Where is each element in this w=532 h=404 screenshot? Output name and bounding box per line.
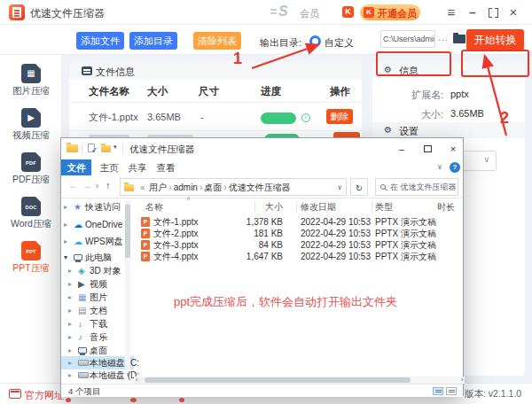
tree-item-music[interactable]: ♪ 音乐 [61,330,134,344]
refresh-icon: ↻ [356,183,363,193]
forward-icon[interactable]: → [82,180,92,190]
file-row[interactable]: 文件-1.pptx 1,378 KB 2022-04-29 10:53 PPTX… [134,216,465,228]
minimize-icon[interactable] [465,4,481,20]
scroll-down-icon[interactable]: ∨ [126,371,130,378]
start-convert-button[interactable]: 开始转换 [466,29,524,50]
video-file-icon: ▶ [21,108,41,128]
chevron-right-icon[interactable] [68,317,72,330]
breadcrumb-folder-icon [124,184,134,191]
chevron-right-icon[interactable] [64,235,67,248]
explorer-maximize-icon[interactable] [424,145,432,152]
k-badge-icon[interactable]: K [342,6,354,18]
tree-item-desktop[interactable]: 桌面 [61,344,134,357]
back-icon[interactable]: ← [68,180,78,190]
annotation-step-1: 1 [233,50,242,68]
refresh-button[interactable]: ↻ [350,178,368,196]
chevron-right-icon[interactable] [68,330,72,344]
output-dir-label: 输出目录: [260,36,301,50]
delete-button[interactable]: 删除 [326,109,353,124]
close-icon[interactable] [505,4,521,20]
crumb-admin[interactable]: admin [174,183,198,192]
custom-output-radio[interactable] [309,35,321,47]
search-text: 在 优速文件压缩器 ... [390,181,456,194]
qat-dropdown-icon[interactable] [113,144,117,151]
crumb-desktop[interactable]: 桌面 [204,183,222,192]
pptx-file-icon [141,217,150,227]
add-file-button[interactable]: 添加文件 [76,32,124,50]
official-site-link[interactable]: 官方网址 [25,389,64,402]
annotation-note: ppt完成压缩后，软件会自动打开输出文件夹 [174,294,397,310]
chevron-right-icon[interactable] [68,304,72,317]
tree-item-3d-objects[interactable]: ◈ 3D 对象 [61,264,134,277]
scroll-left-icon[interactable]: ‹ [136,377,137,384]
output-path-input[interactable]: C:\Users\admin\Deskto [380,30,435,48]
crumb-app-folder[interactable]: 优速文件压缩器 [229,183,291,192]
search-box[interactable]: 在 优速文件压缩器 ... [375,178,458,196]
fullscreen-icon[interactable] [489,8,498,18]
address-dropdown-icon[interactable]: ∨ [337,183,342,191]
explorer-window: 优速文件压缩器 – × 文件 主页 共享 查看 ∨ ? ← → ∨ ↑ « 用户… [60,137,464,396]
tree-item-disk-d[interactable]: 本地磁盘 (D: [61,369,134,382]
open-vip-button[interactable]: K 开通会员 [360,4,420,20]
add-dir-button[interactable]: 添加目录 [129,32,177,50]
chevron-right-icon[interactable] [68,277,72,291]
scroll-right-icon[interactable]: › [461,377,463,384]
col-date[interactable]: 修改日期 [301,200,336,214]
tree-item-downloads[interactable]: ↓ 下载 [61,317,134,330]
col-name[interactable]: 名称 [145,200,163,214]
explorer-close-icon[interactable]: × [444,142,462,156]
tree-item-wps[interactable]: ☁ WPS网盘 [61,235,134,248]
tree-item-documents[interactable]: ▤ 文档 [61,304,134,317]
chevron-down-icon[interactable] [64,251,67,264]
col-duration[interactable]: 时长 [437,200,455,214]
red-mark [130,398,137,402]
clear-list-button[interactable]: 清除列表 [193,32,241,50]
file-row[interactable]: 文件-2.pptx 181 KB 2022-04-29 10:53 PPTX 演… [134,228,465,239]
vip-label: 开通会员 [378,7,417,20]
tree-item-this-pc[interactable]: 此电脑 [61,251,134,264]
new-folder-icon[interactable] [101,145,111,152]
ribbon-collapse-icon[interactable]: ∨ [437,163,442,171]
menu-view[interactable]: 查看 [153,159,178,175]
menu-file[interactable]: 文件 [61,159,91,175]
horizontal-scrollbar[interactable]: ‹ › [134,377,465,384]
browse-button[interactable]: ... [438,32,449,43]
tree-item-onedrive[interactable]: ☁ OneDrive [61,218,134,231]
search-icon [380,184,386,190]
chevron-right-icon[interactable] [68,369,72,382]
picture-icon: ▦ [78,291,86,303]
col-type[interactable]: 类型 [375,200,393,214]
tree-item-quick-access[interactable]: ★ 快速访问 [61,200,134,214]
chevron-right-icon[interactable] [64,200,67,214]
open-folder-icon[interactable] [453,35,466,43]
chevron-right-icon[interactable] [68,264,72,277]
annotation-step-2: 2 [500,109,509,128]
explorer-minimize-icon[interactable]: – [393,142,411,156]
scrollbar-thumb[interactable] [125,205,130,258]
tree-scrollbar[interactable] [125,200,130,370]
up-icon[interactable]: ↑ [106,180,111,190]
details-view-icon[interactable] [433,387,443,395]
breadcrumb[interactable]: « 用户›admin›桌面›优速文件压缩器 ∨ [120,178,347,196]
properties-icon[interactable] [88,144,95,152]
hamburger-menu-icon[interactable] [443,4,459,20]
crumb-users[interactable]: 用户 [149,183,167,192]
menu-home[interactable]: 主页 [97,159,121,175]
col-size[interactable]: 大小 [214,200,283,214]
screen: 优速文件压缩器 S 会员 K K 开通会员 添加文件 添加目录 清除列表 输出目… [0,0,532,404]
tree-item-videos[interactable]: ▶ 视频 [61,277,134,291]
file-row[interactable]: 文件-3.pptx 84 KB 2022-04-29 10:53 PPTX 演示… [134,239,465,251]
chevron-right-icon[interactable] [68,356,72,369]
scrollbar-thumb[interactable] [145,377,411,383]
file-row[interactable]: 文件-4.pptx 1,647 KB 2022-04-29 10:53 PPTX… [134,251,465,262]
menu-share[interactable]: 共享 [125,159,150,175]
history-dropdown-icon[interactable]: ∨ [95,183,99,190]
tree-item-pictures[interactable]: ▦ 图片 [61,291,134,304]
chevron-right-icon[interactable] [64,218,67,231]
help-icon[interactable]: ? [450,162,460,173]
chevron-right-icon[interactable] [68,291,72,304]
tree-item-disk-c[interactable]: 本地磁盘 (C: [61,356,134,369]
window-folder-icon [66,144,78,152]
chevron-right-icon[interactable] [68,344,72,357]
thumbnail-view-icon[interactable] [446,387,457,395]
